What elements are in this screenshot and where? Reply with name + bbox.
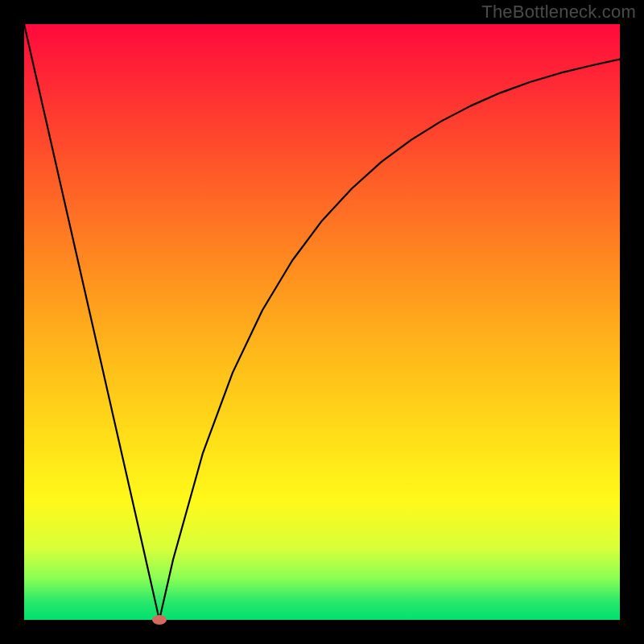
chart-frame: TheBottleneck.com — [0, 0, 644, 644]
plot-area — [24, 24, 620, 620]
optimal-point-marker — [152, 615, 167, 625]
watermark-text: TheBottleneck.com — [481, 2, 636, 23]
bottleneck-curve — [24, 24, 620, 620]
